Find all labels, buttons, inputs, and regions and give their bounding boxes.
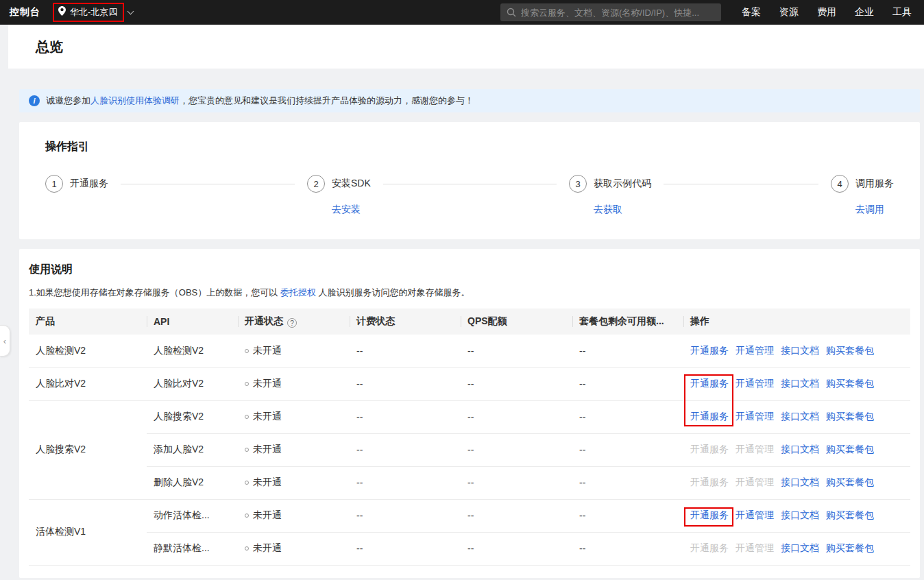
page-header: 总览 <box>8 25 924 69</box>
cell-quota: -- <box>572 532 683 565</box>
step-1-label: 开通服务 <box>70 178 108 190</box>
cell-product: 活体检测V1 <box>29 499 147 565</box>
menu-item-resources[interactable]: 资源 <box>779 6 799 19</box>
menu-item-tools[interactable]: 工具 <box>892 6 912 19</box>
open-manage-link[interactable]: 开通管理 <box>735 411 774 423</box>
buy-package-link[interactable]: 购买套餐包 <box>826 542 874 555</box>
location-pin-icon <box>58 6 66 19</box>
cell-status: 未开通 <box>238 466 350 499</box>
delegate-auth-link[interactable]: 委托授权 <box>280 287 316 298</box>
step-connector-line <box>664 184 818 184</box>
help-icon[interactable]: ? <box>287 318 297 328</box>
cell-api: 人脸搜索V2 <box>147 400 238 433</box>
step-3-circle-icon: 3 <box>569 175 587 193</box>
buy-package-link[interactable]: 购买套餐包 <box>826 345 874 357</box>
cell-actions: 开通服务 开通管理 接口文档 购买套餐包 <box>683 367 910 400</box>
buy-package-link[interactable]: 购买套餐包 <box>826 476 874 489</box>
menu-item-beian[interactable]: 备案 <box>742 6 761 19</box>
header-billing: 计费状态 <box>350 309 461 335</box>
status-dot-icon <box>245 382 249 386</box>
topbar-menu: 备案 资源 费用 企业 工具 <box>742 6 912 19</box>
search-input[interactable] <box>500 3 721 21</box>
cell-billing: -- <box>350 367 461 400</box>
step-connector-line <box>383 184 557 184</box>
info-icon: i <box>29 95 40 106</box>
buy-package-link[interactable]: 购买套餐包 <box>826 444 874 456</box>
header-status-label: 开通状态 <box>245 315 283 326</box>
go-install-link[interactable]: 去安装 <box>332 204 361 215</box>
api-doc-link[interactable]: 接口文档 <box>781 509 819 522</box>
cell-actions: 开通服务 开通管理 接口文档 购买套餐包 <box>683 499 910 532</box>
table-row: 人脸检测V2 人脸检测V2 未开通 -- -- -- 开通服务 开通管理 接口文… <box>29 335 910 367</box>
buy-package-link[interactable]: 购买套餐包 <box>826 411 874 423</box>
api-doc-link[interactable]: 接口文档 <box>781 378 819 390</box>
cell-status: 未开通 <box>238 400 350 433</box>
open-service-link[interactable]: 开通服务 <box>690 345 729 357</box>
step-4-label: 调用服务 <box>855 178 894 190</box>
go-call-link[interactable]: 去调用 <box>855 204 884 215</box>
page-title: 总览 <box>36 38 63 56</box>
api-doc-link[interactable]: 接口文档 <box>781 444 819 456</box>
cell-product: 人脸检测V2 <box>29 335 147 367</box>
cell-billing: -- <box>350 335 461 367</box>
cell-billing: -- <box>350 499 461 532</box>
menu-item-billing[interactable]: 费用 <box>817 6 836 19</box>
cell-actions: 开通服务 开通管理 接口文档 购买套餐包 <box>683 400 910 433</box>
open-manage-link[interactable]: 开通管理 <box>735 509 774 522</box>
cell-quota: -- <box>572 466 683 499</box>
cell-api: 删除人脸V2 <box>147 466 238 499</box>
guide-title: 操作指引 <box>45 140 894 154</box>
open-service-link: 开通服务 <box>690 476 729 489</box>
cell-status: 未开通 <box>238 532 350 565</box>
go-get-link[interactable]: 去获取 <box>594 204 622 215</box>
region-selector[interactable]: 华北-北京四 <box>53 3 133 22</box>
banner-text-suffix: ，您宝贵的意见和建议是我们持续提升产品体验的源动力，感谢您的参与！ <box>180 95 474 107</box>
step-open-service: 1 开通服务 <box>45 175 307 216</box>
step-call-service: 4 调用服务 去调用 <box>831 175 894 216</box>
open-manage-link[interactable]: 开通管理 <box>735 345 774 357</box>
buy-package-link[interactable]: 购买套餐包 <box>826 509 874 522</box>
open-service-link[interactable]: 开通服务 <box>690 411 729 423</box>
menu-item-enterprise[interactable]: 企业 <box>855 6 874 19</box>
cell-actions: 开通服务 开通管理 接口文档 购买套餐包 <box>683 466 910 499</box>
topbar: 控制台 华北-北京四 备案 资源 费用 企业 工具 <box>0 0 924 25</box>
cell-billing: -- <box>350 433 461 466</box>
chevron-down-icon <box>127 8 134 14</box>
step-2-label: 安装SDK <box>332 178 371 190</box>
step-1-circle-icon: 1 <box>45 175 63 193</box>
status-text: 未开通 <box>253 509 282 520</box>
cell-api: 人脸比对V2 <box>147 367 238 400</box>
status-dot-icon <box>245 448 249 452</box>
open-manage-link: 开通管理 <box>735 476 774 489</box>
table-row: 活体检测V1 动作活体检... 未开通 -- -- -- 开通服务 开通管理 接… <box>29 499 910 532</box>
table-row: 人脸搜索V2 人脸搜索V2 未开通 -- -- -- 开通服务 开通管理 接口文… <box>29 400 910 433</box>
buy-package-link[interactable]: 购买套餐包 <box>826 378 874 390</box>
api-doc-link[interactable]: 接口文档 <box>781 345 819 357</box>
open-service-link[interactable]: 开通服务 <box>690 378 729 390</box>
step-3-label: 获取示例代码 <box>594 178 651 190</box>
api-doc-link[interactable]: 接口文档 <box>781 411 819 423</box>
status-text: 未开通 <box>253 476 282 487</box>
cell-qps: -- <box>461 400 572 433</box>
console-link[interactable]: 控制台 <box>10 6 40 19</box>
survey-banner: i 诚邀您参加 人脸识别使用体验调研 ，您宝贵的意见和建议是我们持续提升产品体验… <box>19 89 920 112</box>
status-dot-icon <box>245 349 249 353</box>
api-doc-link[interactable]: 接口文档 <box>781 542 819 555</box>
status-text: 未开通 <box>253 411 282 422</box>
cell-qps: -- <box>461 499 572 532</box>
survey-link[interactable]: 人脸识别使用体验调研 <box>90 95 180 107</box>
header-status: 开通状态? <box>238 309 350 335</box>
cell-product: 人脸比对V2 <box>29 367 147 400</box>
api-doc-link[interactable]: 接口文档 <box>781 476 819 489</box>
usage-note-prefix: 1.如果您想使用存储在对象存储服务（OBS）上的数据，您可以 <box>29 287 278 298</box>
table-row: 人脸比对V2 人脸比对V2 未开通 -- -- -- 开通服务 开通管理 接口文… <box>29 367 910 400</box>
open-manage-link[interactable]: 开通管理 <box>735 378 774 390</box>
step-4-circle-icon: 4 <box>831 175 849 193</box>
open-service-link[interactable]: 开通服务 <box>690 509 729 522</box>
banner-text-prefix: 诚邀您参加 <box>46 95 90 107</box>
status-text: 未开通 <box>253 542 282 553</box>
cell-status: 未开通 <box>238 433 350 466</box>
service-table: 产品 API 开通状态? 计费状态 QPS配额 套餐包剩余可用额... 操作 <box>29 309 910 566</box>
sidebar-collapse-handle[interactable]: ‹ <box>0 325 10 357</box>
usage-title: 使用说明 <box>29 263 910 277</box>
